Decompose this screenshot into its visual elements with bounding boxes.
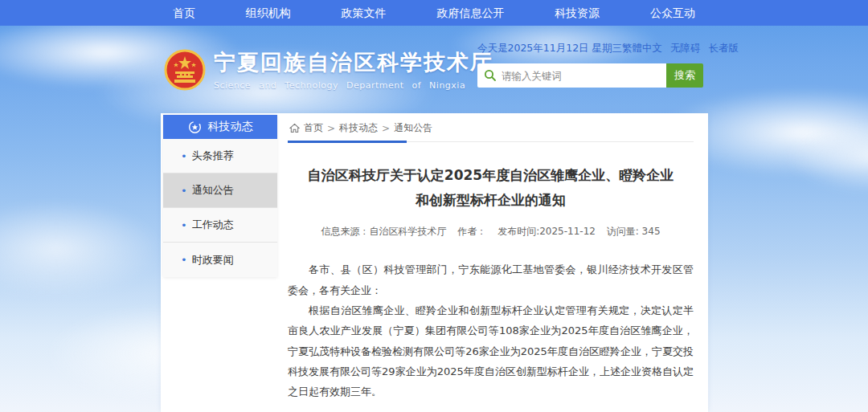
sidebar: 科技动态 • 头条推荐 • 通知公告 • 工作动态 • 时政要闻 bbox=[163, 115, 277, 277]
breadcrumb-current[interactable]: 通知公告 bbox=[394, 121, 432, 135]
sidebar-header: 科技动态 bbox=[163, 115, 277, 139]
article-paragraph: 各市、县（区）科技管理部门，宁东能源化工基地管委会，银川经济技术开发区管委会，各… bbox=[288, 259, 694, 300]
sidebar-item-headlines[interactable]: • 头条推荐 bbox=[163, 139, 277, 173]
bullet-dot-icon: • bbox=[181, 185, 187, 197]
nav-item-organization[interactable]: 组织机构 bbox=[246, 0, 291, 26]
search-icon bbox=[484, 69, 497, 82]
nav-item-policy[interactable]: 政策文件 bbox=[342, 0, 387, 26]
article-body: 各市、县（区）科技管理部门，宁东能源化工基地管委会，银川经济技术开发区管委会，各… bbox=[288, 259, 694, 402]
breadcrumb-section[interactable]: 科技动态 bbox=[339, 121, 378, 135]
article-title-line1: 自治区科技厅关于认定2025年度自治区雏鹰企业、瞪羚企业 bbox=[288, 163, 694, 188]
link-traditional-chinese[interactable]: 繁體中文 bbox=[622, 42, 662, 55]
home-icon bbox=[289, 123, 300, 133]
sidebar-item-label: 头条推荐 bbox=[192, 149, 234, 163]
nav-item-resources[interactable]: 科技资源 bbox=[555, 0, 600, 26]
bullet-dot-icon: • bbox=[181, 254, 187, 266]
nav-item-home[interactable]: 首页 bbox=[173, 0, 195, 26]
header-utility-area: 今天是2025年11月12日 星期三 繁體中文 无障碍 长者版 搜索 bbox=[477, 42, 703, 88]
site-logo-area: 宁夏回族自治区科学技术厅 Science and Technology Depa… bbox=[164, 48, 493, 91]
sidebar-item-label: 通知公告 bbox=[192, 183, 234, 198]
sidebar-item-current-affairs[interactable]: • 时政要闻 bbox=[163, 243, 277, 277]
search-button[interactable]: 搜索 bbox=[666, 63, 703, 88]
meta-source: 信息来源：自治区科学技术厅 bbox=[321, 226, 446, 237]
link-accessibility[interactable]: 无障碍 bbox=[670, 42, 701, 55]
bullet-dot-icon: • bbox=[181, 219, 187, 231]
sidebar-title: 科技动态 bbox=[208, 120, 253, 134]
sidebar-item-work-updates[interactable]: • 工作动态 bbox=[163, 208, 277, 243]
national-emblem-icon bbox=[164, 49, 206, 91]
breadcrumb: 首页 > 科技动态 > 通知公告 bbox=[288, 113, 694, 142]
sidebar-item-label: 工作动态 bbox=[192, 218, 234, 232]
cloud-decoration bbox=[0, 201, 161, 297]
sidebar-item-label: 时政要闻 bbox=[192, 253, 234, 267]
nav-item-interaction[interactable]: 公众互动 bbox=[650, 0, 695, 26]
meta-author: 作者： bbox=[457, 226, 486, 237]
meta-publish: 发布时间:2025-11-12 bbox=[497, 226, 596, 237]
breadcrumb-home[interactable]: 首页 bbox=[304, 121, 323, 135]
search-box bbox=[477, 63, 666, 88]
article-content-area: 首页 > 科技动态 > 通知公告 自治区科技厅关于认定2025年度自治区雏鹰企业… bbox=[288, 113, 694, 412]
article-paragraph: 根据自治区雏鹰企业、瞪羚企业和创新型标杆企业认定管理有关规定，决定认定半亩良人农… bbox=[288, 300, 694, 402]
search-input[interactable] bbox=[502, 70, 660, 82]
meta-views: 访问量: 345 bbox=[607, 226, 661, 237]
nav-item-gov-info[interactable]: 政府信息公开 bbox=[436, 0, 504, 26]
bullet-dot-icon: • bbox=[181, 150, 187, 162]
sidebar-section-icon bbox=[188, 120, 202, 134]
sidebar-item-notices[interactable]: • 通知公告 bbox=[163, 173, 277, 208]
main-content-card: 科技动态 • 头条推荐 • 通知公告 • 工作动态 • 时政要闻 bbox=[161, 113, 708, 412]
top-navigation-bar: 首页 组织机构 政策文件 政府信息公开 科技资源 公众互动 bbox=[0, 0, 868, 26]
article-meta: 信息来源：自治区科学技术厅 作者： 发布时间:2025-11-12 访问量: 3… bbox=[288, 225, 694, 248]
site-title: 宁夏回族自治区科学技术厅 bbox=[214, 48, 493, 77]
article-title-line2: 和创新型标杆企业的通知 bbox=[288, 188, 694, 213]
site-subtitle: Science and Technology Department of Nin… bbox=[214, 80, 493, 91]
breadcrumb-separator: > bbox=[382, 123, 390, 134]
current-date-text: 今天是2025年11月12日 星期三 bbox=[477, 42, 622, 55]
link-elderly-version[interactable]: 长者版 bbox=[709, 42, 739, 55]
breadcrumb-separator: > bbox=[327, 123, 335, 134]
article-title: 自治区科技厅关于认定2025年度自治区雏鹰企业、瞪羚企业 和创新型标杆企业的通知 bbox=[288, 163, 694, 212]
